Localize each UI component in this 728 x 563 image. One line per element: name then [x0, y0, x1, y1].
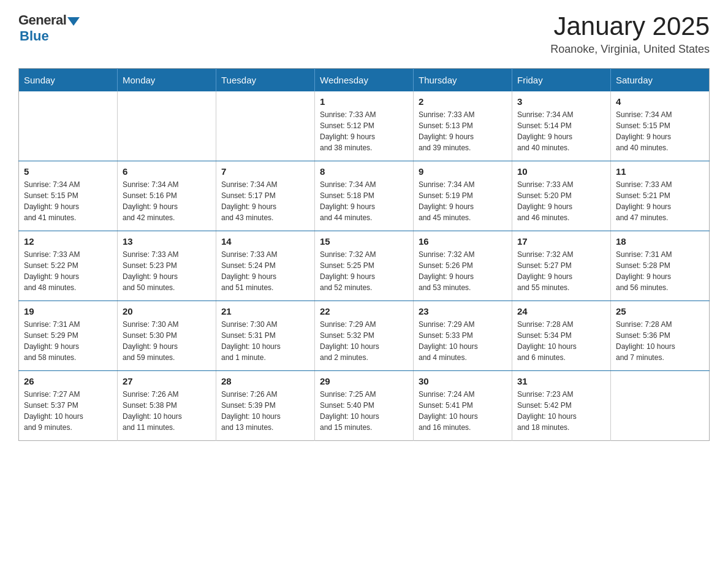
calendar-day-header: Friday — [512, 69, 611, 92]
calendar-cell: 14Sunrise: 7:33 AM Sunset: 5:24 PM Dayli… — [216, 231, 315, 301]
day-number: 6 — [123, 166, 211, 177]
day-number: 31 — [517, 376, 605, 386]
calendar-header-row: SundayMondayTuesdayWednesdayThursdayFrid… — [19, 69, 710, 92]
calendar-week-row: 1Sunrise: 7:33 AM Sunset: 5:12 PM Daylig… — [19, 91, 710, 161]
day-info: Sunrise: 7:30 AM Sunset: 5:30 PM Dayligh… — [123, 319, 211, 363]
calendar-cell: 4Sunrise: 7:34 AM Sunset: 5:15 PM Daylig… — [611, 91, 710, 161]
calendar-cell — [118, 91, 216, 161]
calendar-day-header: Thursday — [414, 69, 512, 92]
day-number: 27 — [123, 376, 211, 386]
day-info: Sunrise: 7:34 AM Sunset: 5:14 PM Dayligh… — [517, 109, 605, 153]
day-info: Sunrise: 7:34 AM Sunset: 5:17 PM Dayligh… — [221, 179, 309, 223]
page-header: General Blue January 2025 Roanoke, Virgi… — [18, 12, 710, 56]
day-info: Sunrise: 7:33 AM Sunset: 5:22 PM Dayligh… — [24, 249, 112, 293]
calendar-day-header: Tuesday — [216, 69, 315, 92]
day-info: Sunrise: 7:29 AM Sunset: 5:32 PM Dayligh… — [320, 319, 408, 363]
day-info: Sunrise: 7:26 AM Sunset: 5:38 PM Dayligh… — [123, 389, 211, 433]
day-info: Sunrise: 7:34 AM Sunset: 5:16 PM Dayligh… — [123, 179, 211, 223]
calendar-cell — [611, 371, 710, 441]
day-info: Sunrise: 7:28 AM Sunset: 5:36 PM Dayligh… — [616, 319, 704, 363]
calendar-cell: 16Sunrise: 7:32 AM Sunset: 5:26 PM Dayli… — [414, 231, 512, 301]
day-info: Sunrise: 7:27 AM Sunset: 5:37 PM Dayligh… — [24, 389, 112, 433]
calendar-cell: 20Sunrise: 7:30 AM Sunset: 5:30 PM Dayli… — [118, 301, 216, 371]
day-number: 16 — [419, 236, 507, 247]
day-number: 20 — [123, 306, 211, 316]
calendar-cell: 9Sunrise: 7:34 AM Sunset: 5:19 PM Daylig… — [414, 161, 512, 231]
calendar-cell: 30Sunrise: 7:24 AM Sunset: 5:41 PM Dayli… — [414, 371, 512, 441]
day-number: 22 — [320, 306, 408, 316]
day-info: Sunrise: 7:32 AM Sunset: 5:25 PM Dayligh… — [320, 249, 408, 293]
calendar-cell: 7Sunrise: 7:34 AM Sunset: 5:17 PM Daylig… — [216, 161, 315, 231]
day-info: Sunrise: 7:31 AM Sunset: 5:28 PM Dayligh… — [616, 249, 704, 293]
day-number: 3 — [517, 96, 605, 107]
calendar-cell: 8Sunrise: 7:34 AM Sunset: 5:18 PM Daylig… — [315, 161, 414, 231]
day-number: 2 — [419, 96, 507, 107]
day-number: 28 — [221, 376, 309, 386]
day-number: 21 — [221, 306, 309, 316]
calendar-day-header: Wednesday — [315, 69, 414, 92]
calendar-cell: 13Sunrise: 7:33 AM Sunset: 5:23 PM Dayli… — [118, 231, 216, 301]
day-info: Sunrise: 7:33 AM Sunset: 5:23 PM Dayligh… — [123, 249, 211, 293]
day-info: Sunrise: 7:34 AM Sunset: 5:19 PM Dayligh… — [419, 179, 507, 223]
calendar-cell: 12Sunrise: 7:33 AM Sunset: 5:22 PM Dayli… — [19, 231, 118, 301]
day-number: 12 — [24, 236, 112, 247]
day-number: 1 — [320, 96, 408, 107]
day-info: Sunrise: 7:29 AM Sunset: 5:33 PM Dayligh… — [419, 319, 507, 363]
calendar-day-header: Monday — [118, 69, 216, 92]
day-number: 14 — [221, 236, 309, 247]
day-info: Sunrise: 7:31 AM Sunset: 5:29 PM Dayligh… — [24, 319, 112, 363]
day-number: 26 — [24, 376, 112, 386]
calendar-cell: 17Sunrise: 7:32 AM Sunset: 5:27 PM Dayli… — [512, 231, 611, 301]
day-info: Sunrise: 7:34 AM Sunset: 5:15 PM Dayligh… — [616, 109, 704, 153]
day-info: Sunrise: 7:25 AM Sunset: 5:40 PM Dayligh… — [320, 389, 408, 433]
day-info: Sunrise: 7:28 AM Sunset: 5:34 PM Dayligh… — [517, 319, 605, 363]
calendar-week-row: 5Sunrise: 7:34 AM Sunset: 5:15 PM Daylig… — [19, 161, 710, 231]
day-info: Sunrise: 7:33 AM Sunset: 5:13 PM Dayligh… — [419, 109, 507, 153]
calendar-day-header: Saturday — [611, 69, 710, 92]
day-info: Sunrise: 7:33 AM Sunset: 5:24 PM Dayligh… — [221, 249, 309, 293]
day-number: 23 — [419, 306, 507, 316]
day-number: 18 — [616, 236, 704, 247]
calendar-cell — [216, 91, 315, 161]
day-number: 17 — [517, 236, 605, 247]
calendar-cell — [19, 91, 118, 161]
calendar-table: SundayMondayTuesdayWednesdayThursdayFrid… — [18, 68, 710, 441]
calendar-cell: 28Sunrise: 7:26 AM Sunset: 5:39 PM Dayli… — [216, 371, 315, 441]
day-number: 24 — [517, 306, 605, 316]
calendar-cell: 27Sunrise: 7:26 AM Sunset: 5:38 PM Dayli… — [118, 371, 216, 441]
calendar-cell: 24Sunrise: 7:28 AM Sunset: 5:34 PM Dayli… — [512, 301, 611, 371]
day-number: 30 — [419, 376, 507, 386]
day-number: 25 — [616, 306, 704, 316]
day-info: Sunrise: 7:33 AM Sunset: 5:12 PM Dayligh… — [320, 109, 408, 153]
logo-general-text: General — [18, 12, 66, 28]
location-subtitle: Roanoke, Virginia, United States — [550, 43, 710, 56]
calendar-cell: 23Sunrise: 7:29 AM Sunset: 5:33 PM Dayli… — [414, 301, 512, 371]
calendar-cell: 25Sunrise: 7:28 AM Sunset: 5:36 PM Dayli… — [611, 301, 710, 371]
calendar-cell: 10Sunrise: 7:33 AM Sunset: 5:20 PM Dayli… — [512, 161, 611, 231]
day-info: Sunrise: 7:33 AM Sunset: 5:21 PM Dayligh… — [616, 179, 704, 223]
day-info: Sunrise: 7:24 AM Sunset: 5:41 PM Dayligh… — [419, 389, 507, 433]
day-info: Sunrise: 7:33 AM Sunset: 5:20 PM Dayligh… — [517, 179, 605, 223]
calendar-cell: 5Sunrise: 7:34 AM Sunset: 5:15 PM Daylig… — [19, 161, 118, 231]
calendar-day-header: Sunday — [19, 69, 118, 92]
calendar-cell: 1Sunrise: 7:33 AM Sunset: 5:12 PM Daylig… — [315, 91, 414, 161]
day-info: Sunrise: 7:32 AM Sunset: 5:27 PM Dayligh… — [517, 249, 605, 293]
day-info: Sunrise: 7:32 AM Sunset: 5:26 PM Dayligh… — [419, 249, 507, 293]
day-number: 8 — [320, 166, 408, 177]
day-info: Sunrise: 7:26 AM Sunset: 5:39 PM Dayligh… — [221, 389, 309, 433]
calendar-cell: 31Sunrise: 7:23 AM Sunset: 5:42 PM Dayli… — [512, 371, 611, 441]
calendar-cell: 2Sunrise: 7:33 AM Sunset: 5:13 PM Daylig… — [414, 91, 512, 161]
calendar-cell: 15Sunrise: 7:32 AM Sunset: 5:25 PM Dayli… — [315, 231, 414, 301]
day-number: 10 — [517, 166, 605, 177]
calendar-cell: 19Sunrise: 7:31 AM Sunset: 5:29 PM Dayli… — [19, 301, 118, 371]
day-number: 11 — [616, 166, 704, 177]
calendar-cell: 21Sunrise: 7:30 AM Sunset: 5:31 PM Dayli… — [216, 301, 315, 371]
calendar-cell: 18Sunrise: 7:31 AM Sunset: 5:28 PM Dayli… — [611, 231, 710, 301]
day-info: Sunrise: 7:23 AM Sunset: 5:42 PM Dayligh… — [517, 389, 605, 433]
day-info: Sunrise: 7:34 AM Sunset: 5:15 PM Dayligh… — [24, 179, 112, 223]
day-number: 7 — [221, 166, 309, 177]
logo-arrow-icon — [67, 17, 80, 26]
month-title: January 2025 — [550, 12, 710, 40]
calendar-week-row: 26Sunrise: 7:27 AM Sunset: 5:37 PM Dayli… — [19, 371, 710, 441]
calendar-cell: 6Sunrise: 7:34 AM Sunset: 5:16 PM Daylig… — [118, 161, 216, 231]
